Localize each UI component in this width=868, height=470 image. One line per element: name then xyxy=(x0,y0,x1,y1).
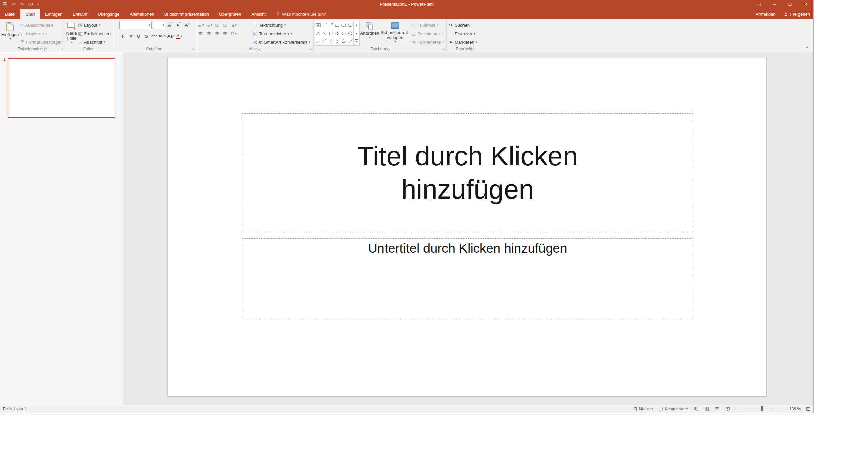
minimize-button[interactable] xyxy=(767,0,782,9)
shape-right-triangle[interactable] xyxy=(321,29,328,37)
justify-button[interactable] xyxy=(221,30,229,38)
shape-scribble[interactable] xyxy=(347,37,353,45)
text-shadow-button[interactable]: S xyxy=(143,32,150,40)
convert-to-smartart-button[interactable]: In SmartArt konvertieren ▾ xyxy=(252,38,311,46)
numbering-button[interactable]: ▾ xyxy=(205,21,213,30)
sign-in-button[interactable]: Anmelden xyxy=(756,12,776,17)
reading-view-button[interactable] xyxy=(714,405,720,413)
new-slide-button[interactable]: Neue Folie ▾ xyxy=(66,21,77,46)
zoom-slider[interactable] xyxy=(743,409,775,409)
quick-styles-button[interactable]: Schnellformat-vorlagen ▾ xyxy=(380,21,411,46)
find-button[interactable]: Suchen xyxy=(448,21,478,30)
font-size-combo[interactable]: ▾ xyxy=(153,21,165,29)
subtitle-placeholder[interactable]: Untertitel durch Klicken hinzufügen xyxy=(242,238,693,318)
zoom-out-button[interactable]: − xyxy=(735,405,739,413)
shape-left-arrow[interactable] xyxy=(340,29,347,37)
title-placeholder[interactable]: Titel durch Klicken hinzufügen xyxy=(242,113,693,232)
shape-triangle[interactable] xyxy=(315,29,321,37)
copy-button[interactable]: Kopieren ▾ xyxy=(19,30,64,38)
reset-slide-button[interactable]: Zurücksetzen xyxy=(77,30,112,38)
shape-l-shape[interactable] xyxy=(328,29,334,37)
bold-button[interactable]: F xyxy=(119,32,127,40)
clear-formatting-button[interactable]: A xyxy=(183,21,191,29)
text-direction-button[interactable]: Textrichtung ▾ xyxy=(252,21,311,30)
tab-animationen[interactable]: Animationen xyxy=(125,9,159,19)
slide-sorter-view-button[interactable] xyxy=(704,405,710,413)
tab-einfuegen[interactable]: Einfügen xyxy=(40,9,67,19)
character-spacing-button[interactable]: AV▾ xyxy=(158,32,166,40)
shape-outline-button[interactable]: Formkontur ▾ xyxy=(410,30,445,38)
shape-left-brace[interactable] xyxy=(328,37,334,45)
replace-button[interactable]: Ersetzen ▾ xyxy=(448,30,478,38)
shape-right-brace[interactable] xyxy=(334,37,340,45)
select-button[interactable]: Markieren ▾ xyxy=(448,38,478,46)
align-right-button[interactable] xyxy=(213,30,221,38)
normal-view-button[interactable] xyxy=(693,405,699,413)
new-slide-dropdown-arrow[interactable]: ▾ xyxy=(71,41,73,44)
align-text-button[interactable]: Text ausrichten ▾ xyxy=(252,30,311,38)
shape-curve[interactable] xyxy=(315,37,321,45)
section-button[interactable]: Abschnitt ▾ xyxy=(77,38,112,46)
shape-effects-icon xyxy=(411,40,416,45)
shape-effects-button[interactable]: Formeffekte ▾ xyxy=(410,38,445,46)
shapes-more-button[interactable]: ▾ xyxy=(354,37,359,45)
tab-start[interactable]: Start xyxy=(20,9,40,19)
columns-button[interactable]: ▾ xyxy=(230,30,237,38)
notes-toggle-button[interactable]: Notizen xyxy=(632,405,654,413)
paint-bucket-icon xyxy=(411,23,416,28)
shape-textbox[interactable] xyxy=(315,21,321,29)
close-button[interactable] xyxy=(798,0,813,9)
tell-me-box[interactable]: Was möchten Sie tun? xyxy=(276,9,326,19)
change-case-button[interactable]: Aa▾ xyxy=(167,32,175,40)
shape-rectangle[interactable] xyxy=(334,21,340,29)
share-button[interactable]: Freigeben xyxy=(784,12,810,17)
slide-number: 1 xyxy=(3,57,6,62)
slideshow-view-button[interactable] xyxy=(725,405,731,413)
paste-button[interactable]: Einfügen ▾ xyxy=(1,21,19,46)
maximize-button[interactable] xyxy=(782,0,798,9)
cut-button[interactable]: ✂ Ausschneiden xyxy=(19,21,64,30)
shape-arc[interactable] xyxy=(321,37,328,45)
grow-font-button[interactable]: A▴ xyxy=(166,21,174,29)
shapes-scroll-down-button[interactable]: ▾ xyxy=(354,29,359,37)
decrease-indent-button[interactable] xyxy=(213,21,221,30)
tab-entwurf[interactable]: Entwurf xyxy=(67,9,93,19)
shape-line[interactable] xyxy=(321,21,328,29)
shape-pentagon[interactable] xyxy=(347,29,353,37)
align-left-button[interactable] xyxy=(197,30,204,38)
tab-uebergaenge[interactable]: Übergänge xyxy=(93,9,124,19)
shape-fill-button[interactable]: Fülleffekt ▾ xyxy=(410,21,445,30)
shape-arrow[interactable] xyxy=(328,21,334,29)
shape-rounded-rectangle[interactable] xyxy=(340,21,347,29)
slide-1-thumbnail[interactable] xyxy=(8,58,115,118)
paste-dropdown-arrow[interactable]: ▾ xyxy=(9,37,11,40)
shape-right-arrow[interactable] xyxy=(334,29,340,37)
italic-button[interactable]: K xyxy=(127,32,135,40)
shapes-scroll-up-button[interactable]: ▴ xyxy=(354,21,359,29)
zoom-slider-handle[interactable] xyxy=(761,406,763,411)
ribbon-display-options-button[interactable] xyxy=(751,0,767,9)
collapse-ribbon-button[interactable] xyxy=(805,45,809,50)
tab-datei[interactable]: Datei xyxy=(0,9,20,19)
font-name-combo[interactable]: ▾ xyxy=(119,21,152,29)
underline-button[interactable]: U xyxy=(135,32,142,40)
zoom-level[interactable]: 136 % xyxy=(788,407,801,411)
comments-toggle-button[interactable]: Kommentare xyxy=(658,405,689,413)
line-spacing-button[interactable]: ▾ xyxy=(230,21,237,30)
shrink-font-button[interactable]: A▾ xyxy=(175,21,182,29)
shape-star[interactable] xyxy=(340,37,347,45)
strikethrough-button[interactable]: abc xyxy=(151,32,158,40)
arrange-button[interactable]: Anordnen ▾ xyxy=(360,21,380,46)
layout-button[interactable]: Layout ▾ xyxy=(77,21,112,30)
fit-to-window-button[interactable] xyxy=(805,405,811,413)
format-painter-button[interactable]: Format übertragen xyxy=(19,38,64,46)
tab-bildschirmpraesentation[interactable]: Bildschirmpräsentation xyxy=(159,9,214,19)
font-color-button[interactable]: A▾ xyxy=(175,32,183,40)
increase-indent-button[interactable] xyxy=(221,21,229,30)
bullets-button[interactable]: ▾ xyxy=(197,21,204,30)
zoom-in-button[interactable]: + xyxy=(780,405,784,413)
shape-oval[interactable] xyxy=(347,21,353,29)
align-center-button[interactable] xyxy=(205,30,213,38)
tab-ueberpruefen[interactable]: Überprüfen xyxy=(214,9,246,19)
tab-ansicht[interactable]: Ansicht xyxy=(246,9,271,19)
